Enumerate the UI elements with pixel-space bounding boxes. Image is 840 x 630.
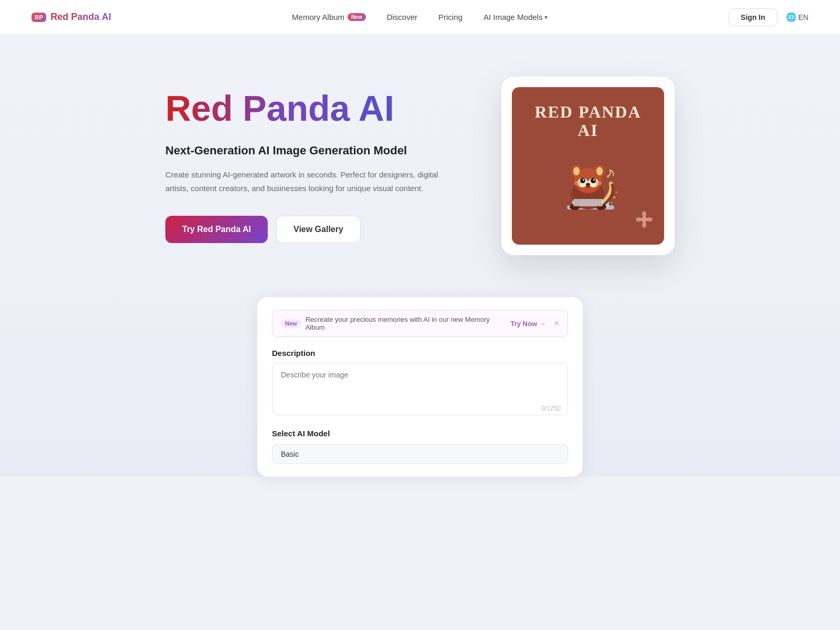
translate-icon: 🌐: [786, 12, 796, 22]
svg-point-27: [636, 217, 642, 222]
svg-point-28: [646, 217, 653, 222]
signin-button[interactable]: Sign In: [729, 8, 778, 26]
flower-icon: [635, 210, 654, 229]
svg-point-18: [595, 181, 602, 185]
nav-right: Sign In 🌐 EN: [729, 8, 808, 26]
svg-rect-23: [573, 199, 603, 206]
hero-image-card: RED PANDA AI: [501, 77, 675, 255]
logo-badge: RP: [32, 13, 46, 22]
nav-memory-album-label: Memory Album: [292, 13, 344, 22]
close-icon[interactable]: ×: [554, 319, 559, 328]
red-panda-illustration: [546, 145, 630, 229]
desc-label: Description: [272, 349, 568, 358]
chevron-down-icon: ▾: [544, 14, 548, 21]
svg-point-22: [616, 192, 618, 193]
svg-point-17: [574, 181, 581, 185]
desc-wrapper: 0/1250: [272, 363, 568, 417]
view-gallery-button[interactable]: View Gallery: [276, 216, 361, 243]
hero-section: Red Panda AI Next-Generation AI Image Ge…: [0, 35, 840, 287]
model-label: Select AI Model: [272, 429, 568, 438]
hero-image-title: RED PANDA AI: [534, 103, 641, 140]
navbar: RP Red Panda AI Memory Album New Discove…: [0, 0, 840, 35]
svg-point-21: [611, 202, 613, 204]
svg-point-25: [642, 211, 646, 217]
svg-point-29: [643, 218, 646, 221]
nav-item-discover[interactable]: Discover: [387, 13, 417, 22]
hero-subtitle: Next-Generation AI Image Generation Mode…: [165, 143, 459, 159]
nav-ai-models-label: AI Image Models: [484, 13, 543, 22]
svg-point-15: [593, 179, 595, 181]
nav-item-pricing[interactable]: Pricing: [438, 13, 463, 22]
language-button[interactable]: 🌐 EN: [786, 12, 808, 22]
banner-try-now-link[interactable]: Try Now →: [510, 320, 545, 328]
nav-links: Memory Album New Discover Pricing AI Ima…: [292, 13, 548, 22]
svg-point-14: [583, 179, 584, 181]
banner-notice: New Recreate your precious memories with…: [272, 310, 568, 337]
model-option-basic[interactable]: Basic: [272, 444, 568, 464]
banner-badge: New: [281, 319, 301, 328]
svg-point-9: [596, 167, 603, 175]
hero-content: Red Panda AI Next-Generation AI Image Ge…: [165, 89, 459, 244]
logo-text: Red Panda AI: [50, 12, 111, 23]
generation-card: New Recreate your precious memories with…: [257, 297, 583, 477]
try-button[interactable]: Try Red Panda AI: [165, 216, 268, 243]
hero-image-wrapper: RED PANDA AI: [501, 77, 675, 255]
hero-image-inner: RED PANDA AI: [512, 87, 664, 245]
nav-pricing-label: Pricing: [438, 13, 463, 22]
hero-description: Create stunning AI-generated artwork in …: [165, 168, 459, 195]
bottom-section: New Recreate your precious memories with…: [0, 287, 840, 477]
nav-memory-badge: New: [348, 13, 366, 21]
hero-buttons: Try Red Panda AI View Gallery: [165, 216, 459, 243]
char-count: 0/1250: [541, 405, 561, 412]
logo[interactable]: RP Red Panda AI: [32, 12, 111, 23]
svg-point-16: [586, 183, 590, 186]
svg-point-13: [591, 178, 596, 183]
banner-text: Recreate your precious memories with AI …: [306, 316, 507, 331]
desc-textarea[interactable]: [272, 363, 568, 415]
nav-discover-label: Discover: [387, 13, 417, 22]
svg-point-26: [642, 222, 646, 228]
hero-title: Red Panda AI: [165, 89, 459, 128]
lang-label: EN: [799, 13, 808, 22]
svg-point-20: [613, 196, 615, 198]
svg-point-8: [573, 167, 580, 175]
svg-point-19: [607, 175, 609, 177]
nav-item-ai-models[interactable]: AI Image Models ▾: [484, 13, 548, 22]
nav-item-memory-album[interactable]: Memory Album New: [292, 13, 366, 22]
svg-point-12: [580, 178, 585, 183]
